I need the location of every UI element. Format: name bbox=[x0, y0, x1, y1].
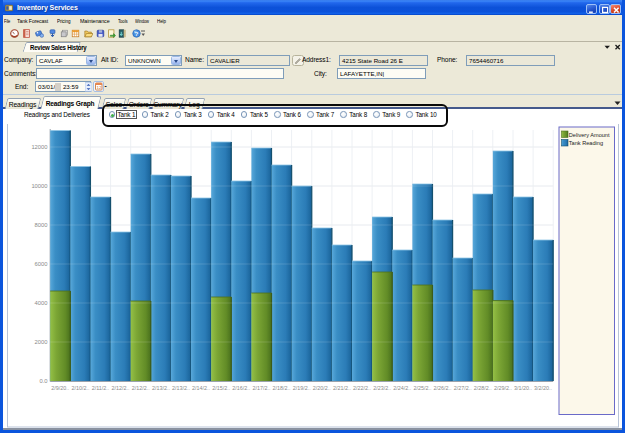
svg-text:2/23/2..: 2/23/2.. bbox=[373, 385, 391, 391]
svg-text:2/21/2..: 2/21/2.. bbox=[333, 385, 351, 391]
svg-text:2/19/2..: 2/19/2.. bbox=[293, 385, 311, 391]
svg-text:3/1/20..: 3/1/20.. bbox=[514, 385, 532, 391]
svg-text:2/24/2..: 2/24/2.. bbox=[393, 385, 411, 391]
svg-text:2/22/2..: 2/22/2.. bbox=[353, 385, 371, 391]
svg-text:3/2/20..: 3/2/20.. bbox=[534, 385, 552, 391]
svg-text:2/26/2..: 2/26/2.. bbox=[434, 385, 452, 391]
svg-text:2/13/2..: 2/13/2.. bbox=[152, 385, 170, 391]
svg-text:2/15/2..: 2/15/2.. bbox=[212, 385, 230, 391]
svg-text:2/20/2..: 2/20/2.. bbox=[313, 385, 331, 391]
svg-text:2/9/20..: 2/9/20.. bbox=[51, 385, 69, 391]
svg-text:2/16/2..: 2/16/2.. bbox=[232, 385, 250, 391]
svg-text:12: 12 bbox=[97, 85, 102, 90]
svg-text:6000: 6000 bbox=[35, 261, 48, 267]
svg-text:2/12/2..: 2/12/2.. bbox=[132, 385, 150, 391]
svg-text:2/28/2..: 2/28/2.. bbox=[474, 385, 492, 391]
svg-text:2/25/2..: 2/25/2.. bbox=[413, 385, 431, 391]
svg-text:2/10/2..: 2/10/2.. bbox=[71, 385, 89, 391]
svg-text:12000: 12000 bbox=[31, 144, 47, 150]
svg-text:2/13/2..: 2/13/2.. bbox=[172, 385, 190, 391]
svg-text:2/29/2..: 2/29/2.. bbox=[494, 385, 512, 391]
svg-text:8000: 8000 bbox=[35, 222, 48, 228]
svg-text:2/18/2..: 2/18/2.. bbox=[273, 385, 291, 391]
svg-text:0.0: 0.0 bbox=[39, 378, 47, 384]
svg-text:?: ? bbox=[134, 30, 138, 37]
svg-text:Delivery Amount: Delivery Amount bbox=[569, 132, 610, 138]
svg-text:2/17/2..: 2/17/2.. bbox=[253, 385, 271, 391]
svg-text:4000: 4000 bbox=[35, 300, 48, 306]
svg-text:2/27/2..: 2/27/2.. bbox=[454, 385, 472, 391]
svg-text:2/12/2..: 2/12/2.. bbox=[112, 385, 130, 391]
svg-text:Tank Reading: Tank Reading bbox=[569, 140, 603, 146]
svg-text:2000: 2000 bbox=[35, 339, 48, 345]
svg-text:2/14/2..: 2/14/2.. bbox=[192, 385, 210, 391]
svg-text:10000: 10000 bbox=[31, 183, 47, 189]
svg-text:2/11/2..: 2/11/2.. bbox=[92, 385, 110, 391]
